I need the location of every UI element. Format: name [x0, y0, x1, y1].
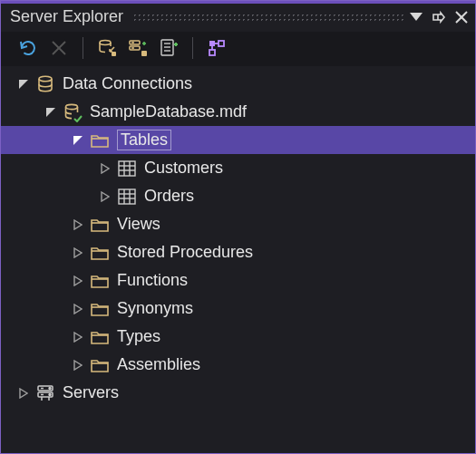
svg-marker-46: [74, 304, 82, 314]
svg-marker-37: [102, 192, 109, 201]
folder-icon: [90, 299, 110, 319]
svg-marker-0: [410, 13, 423, 21]
expander-icon[interactable]: [15, 76, 32, 92]
services-button[interactable]: [156, 35, 181, 61]
svg-marker-45: [74, 276, 82, 285]
svg-marker-30: [73, 136, 83, 145]
svg-rect-12: [141, 51, 147, 56]
node-servers[interactable]: Servers: [1, 379, 475, 407]
database-connected-icon: [63, 102, 83, 122]
stop-button: [46, 35, 72, 61]
folder-icon: [90, 243, 110, 263]
node-label: Customers: [144, 159, 223, 178]
grip-dots[interactable]: [132, 13, 404, 22]
svg-marker-49: [20, 389, 27, 398]
svg-marker-31: [102, 164, 109, 173]
svg-rect-9: [130, 46, 140, 50]
expander-icon[interactable]: [70, 217, 86, 233]
svg-rect-23: [209, 50, 215, 55]
svg-marker-47: [74, 333, 82, 342]
window-menu-icon[interactable]: [410, 13, 423, 22]
connect-server-button[interactable]: [125, 35, 151, 61]
connect-database-button[interactable]: [94, 35, 120, 61]
node-views[interactable]: Views: [1, 210, 475, 238]
expander-icon[interactable]: [70, 301, 86, 317]
node-label: Views: [117, 215, 160, 234]
node-label: Stored Procedures: [117, 243, 253, 262]
node-label: Data Connections: [63, 74, 192, 93]
pin-icon[interactable]: [432, 10, 446, 24]
expander-icon[interactable]: [70, 132, 86, 149]
expander-icon[interactable]: [70, 245, 86, 261]
svg-point-6: [100, 41, 111, 45]
expander-icon[interactable]: [70, 357, 86, 373]
folder-icon: [90, 271, 110, 291]
svg-rect-32: [119, 161, 135, 176]
tree: Data Connections SampleDatabase.mdf: [1, 66, 475, 407]
svg-point-27: [39, 76, 52, 82]
svg-marker-26: [19, 80, 28, 89]
data-sources-button[interactable]: [204, 35, 229, 61]
node-label: Tables: [117, 130, 171, 150]
svg-rect-38: [119, 189, 135, 204]
node-table-orders[interactable]: Orders: [1, 182, 475, 210]
node-synonyms[interactable]: Synonyms: [1, 295, 475, 323]
node-database[interactable]: SampleDatabase.mdf: [1, 98, 475, 126]
toolbar: [1, 32, 475, 66]
node-label: Assemblies: [117, 355, 200, 374]
panel-title: Server Explorer: [10, 7, 123, 26]
svg-point-29: [66, 104, 78, 109]
refresh-button[interactable]: [15, 35, 41, 61]
svg-point-54: [49, 387, 51, 389]
folder-icon: [90, 355, 110, 375]
node-functions[interactable]: Functions: [1, 266, 475, 295]
svg-rect-22: [219, 41, 224, 46]
folder-icon: [90, 215, 110, 235]
svg-rect-21: [209, 41, 215, 46]
node-label: Synonyms: [117, 299, 193, 318]
folder-icon: [90, 327, 110, 347]
node-types[interactable]: Types: [1, 323, 475, 351]
svg-marker-48: [74, 361, 82, 370]
svg-marker-44: [74, 248, 82, 257]
node-label: Servers: [63, 383, 119, 402]
expander-icon[interactable]: [15, 385, 32, 401]
folder-icon: [90, 130, 110, 150]
svg-point-55: [49, 393, 51, 395]
node-label: SampleDatabase.mdf: [90, 102, 247, 121]
node-label: Types: [117, 327, 160, 346]
node-tables[interactable]: Tables: [1, 126, 475, 154]
svg-marker-43: [74, 220, 82, 229]
database-icon: [35, 74, 55, 94]
expander-icon[interactable]: [70, 273, 86, 289]
close-icon[interactable]: [455, 11, 468, 24]
expander-icon[interactable]: [70, 329, 86, 345]
node-assemblies[interactable]: Assemblies: [1, 351, 475, 379]
server-icon: [35, 383, 55, 403]
node-data-connections[interactable]: Data Connections: [1, 70, 475, 98]
node-stored-procedures[interactable]: Stored Procedures: [1, 238, 475, 266]
table-icon: [117, 159, 137, 179]
table-icon: [117, 187, 137, 207]
node-label: Orders: [144, 187, 194, 206]
panel-title-bar: Server Explorer: [1, 4, 475, 32]
svg-marker-28: [46, 108, 55, 117]
expander-icon[interactable]: [97, 160, 113, 177]
svg-rect-7: [112, 52, 116, 56]
expander-icon[interactable]: [97, 188, 113, 205]
expander-icon[interactable]: [43, 104, 59, 121]
node-table-customers[interactable]: Customers: [1, 154, 475, 182]
svg-rect-8: [130, 41, 140, 44]
node-label: Functions: [117, 271, 188, 290]
